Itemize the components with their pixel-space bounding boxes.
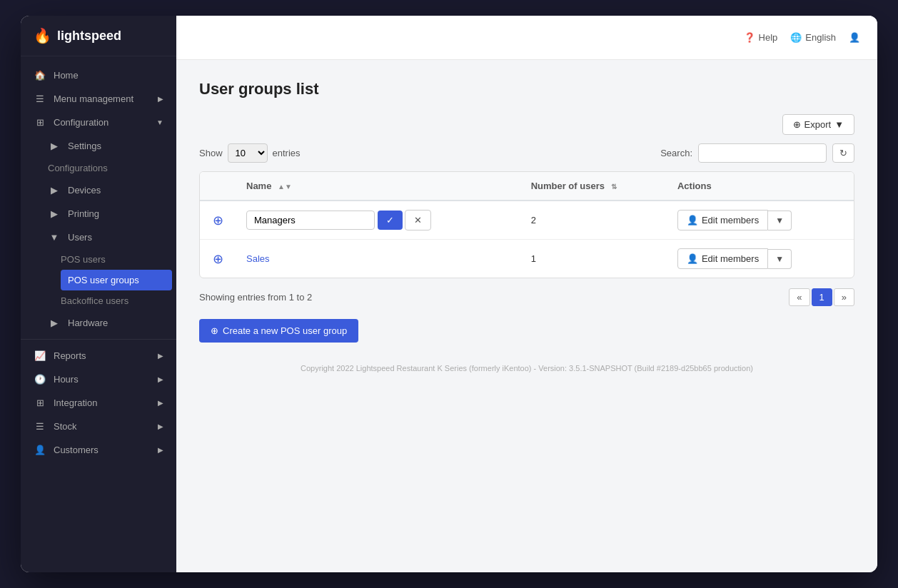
row2-edit-members-group: 👤 Edit members ▼ bbox=[677, 248, 844, 269]
next-page-button[interactable]: » bbox=[834, 288, 854, 306]
row1-confirm-button[interactable]: ✓ bbox=[378, 211, 403, 230]
search-input[interactable] bbox=[698, 143, 827, 163]
th-name[interactable]: Name ▲▼ bbox=[236, 172, 521, 201]
sidebar-hours-label: Hours bbox=[54, 374, 79, 385]
sidebar-integration-label: Integration bbox=[54, 397, 97, 408]
row1-num-users: 2 bbox=[531, 215, 536, 225]
sidebar-item-printing[interactable]: ▶ Printing bbox=[48, 202, 176, 225]
footer: Copyright 2022 Lightspeed Restaurant K S… bbox=[199, 364, 854, 372]
row2-edit-members-label: Edit members bbox=[702, 253, 759, 264]
sidebar-printing-label: Printing bbox=[68, 208, 99, 219]
sidebar-item-users[interactable]: ▼ Users bbox=[48, 225, 176, 249]
sidebar-item-devices[interactable]: ▶ Devices bbox=[48, 178, 176, 202]
page-title: User groups list bbox=[199, 80, 854, 98]
devices-expand-icon: ▶ bbox=[48, 185, 61, 196]
create-label: Create a new POS user group bbox=[223, 325, 347, 336]
row1-dropdown-button[interactable]: ▼ bbox=[768, 211, 792, 230]
row2-add-cell: ⊕ bbox=[200, 240, 236, 278]
sidebar-nav: 🏠 Home ☰ Menu management ▶ ⊞ Configurati… bbox=[21, 56, 176, 572]
main-content: ❓ Help 🌐 English 👤 User groups list ⊕ Ex… bbox=[176, 16, 877, 572]
sidebar-item-settings[interactable]: ▶ Settings bbox=[48, 134, 176, 158]
hours-arrow-icon: ▶ bbox=[158, 375, 163, 383]
refresh-button[interactable]: ↻ bbox=[832, 143, 854, 163]
search-label: Search: bbox=[660, 148, 692, 158]
table-row: ⊕ ✓ ✕ 2 bbox=[200, 201, 854, 240]
prev-page-button[interactable]: « bbox=[789, 288, 809, 306]
hours-icon: 🕐 bbox=[34, 374, 46, 385]
row2-num-users: 1 bbox=[531, 253, 536, 264]
language-icon: 🌐 bbox=[790, 32, 802, 43]
row1-add-button[interactable]: ⊕ bbox=[210, 213, 226, 228]
sidebar-item-hours[interactable]: 🕐 Hours ▶ bbox=[21, 368, 176, 391]
sidebar-reports-label: Reports bbox=[54, 350, 86, 361]
sidebar-stock-label: Stock bbox=[54, 421, 77, 432]
language-selector[interactable]: 🌐 English bbox=[790, 32, 836, 43]
row1-name-input[interactable] bbox=[246, 211, 375, 230]
sidebar-item-home-label: Home bbox=[54, 70, 79, 81]
user-profile-button[interactable]: 👤 bbox=[849, 32, 860, 43]
row2-edit-members-button[interactable]: 👤 Edit members bbox=[677, 248, 768, 269]
logo-icon: 🔥 bbox=[34, 27, 51, 44]
logo[interactable]: 🔥 lightspeed bbox=[21, 16, 176, 56]
sidebar-settings-label: Settings bbox=[68, 141, 101, 151]
row2-actions-cell: 👤 Edit members ▼ bbox=[667, 240, 854, 278]
sidebar-item-pos-user-groups[interactable]: POS user groups bbox=[61, 270, 172, 290]
th-actions: Actions bbox=[667, 172, 854, 201]
page-1-button[interactable]: 1 bbox=[812, 288, 832, 306]
sidebar-customers-label: Customers bbox=[54, 445, 99, 455]
row1-name-cell: ✓ ✕ bbox=[236, 201, 521, 240]
copyright-text: Copyright 2022 Lightspeed Restaurant K S… bbox=[301, 364, 753, 372]
sidebar-item-integration[interactable]: ⊞ Integration ▶ bbox=[21, 391, 176, 415]
home-icon: 🏠 bbox=[34, 70, 46, 81]
row1-edit-members-label: Edit members bbox=[702, 215, 759, 225]
sidebar-users-label: Users bbox=[68, 232, 92, 243]
sidebar-item-customers[interactable]: 👤 Customers ▶ bbox=[21, 438, 176, 462]
sidebar-item-configurations[interactable]: Configurations bbox=[48, 158, 176, 178]
toolbar: ⊕ Export ▼ bbox=[199, 114, 854, 135]
stock-arrow-icon: ▶ bbox=[158, 422, 163, 430]
sort-icon: ▲▼ bbox=[278, 183, 292, 191]
page-content: User groups list ⊕ Export ▼ Show 10 25 5… bbox=[176, 60, 877, 572]
sidebar-item-reports[interactable]: 📈 Reports ▶ bbox=[21, 344, 176, 368]
help-icon: ❓ bbox=[744, 32, 755, 43]
entries-label: entries bbox=[273, 148, 301, 158]
sidebar-item-backoffice-users[interactable]: Backoffice users bbox=[61, 290, 176, 311]
sidebar-item-home[interactable]: 🏠 Home bbox=[21, 64, 176, 87]
row2-num-users-cell: 1 bbox=[521, 240, 667, 278]
row1-actions-cell: 👤 Edit members ▼ bbox=[667, 201, 854, 240]
th-name-label: Name bbox=[246, 181, 271, 191]
sidebar: 🔥 lightspeed 🏠 Home ☰ Menu management ▶ … bbox=[21, 16, 176, 572]
row1-edit-members-group: 👤 Edit members ▼ bbox=[677, 210, 844, 230]
row1-add-cell: ⊕ bbox=[200, 201, 236, 240]
show-entries: Show 10 25 50 100 entries bbox=[199, 143, 301, 163]
sidebar-item-hardware[interactable]: ▶ Hardware bbox=[48, 311, 176, 335]
user-groups-table: Name ▲▼ Number of users ⇅ Actions bbox=[200, 172, 854, 278]
config-icon: ⊞ bbox=[34, 117, 46, 128]
entries-select[interactable]: 10 25 50 100 bbox=[228, 143, 268, 163]
row2-dropdown-button[interactable]: ▼ bbox=[768, 249, 792, 269]
integration-arrow-icon: ▶ bbox=[158, 399, 163, 407]
topbar: ❓ Help 🌐 English 👤 bbox=[176, 16, 877, 60]
row1-edit-members-button[interactable]: 👤 Edit members bbox=[677, 210, 768, 230]
export-button[interactable]: ⊕ Export ▼ bbox=[782, 114, 854, 135]
sidebar-item-configuration[interactable]: ⊞ Configuration ▼ bbox=[21, 111, 176, 134]
create-icon: ⊕ bbox=[211, 325, 218, 336]
logo-text: lightspeed bbox=[57, 29, 121, 44]
row2-name-link[interactable]: Sales bbox=[246, 253, 270, 264]
th-num-users[interactable]: Number of users ⇅ bbox=[521, 172, 667, 201]
export-label: Export bbox=[804, 119, 832, 130]
users-expand-icon: ▼ bbox=[48, 232, 61, 243]
customers-arrow-icon: ▶ bbox=[158, 446, 163, 454]
table-row: ⊕ Sales 1 👤 bbox=[200, 240, 854, 278]
table-controls: Show 10 25 50 100 entries Search: ↻ bbox=[199, 143, 854, 163]
row1-cancel-button[interactable]: ✕ bbox=[405, 210, 431, 230]
create-pos-user-group-button[interactable]: ⊕ Create a new POS user group bbox=[199, 319, 358, 343]
sidebar-item-stock[interactable]: ☰ Stock ▶ bbox=[21, 415, 176, 438]
sidebar-item-pos-users[interactable]: POS users bbox=[61, 249, 176, 270]
help-button[interactable]: ❓ Help bbox=[744, 32, 778, 43]
row2-name-cell: Sales bbox=[236, 240, 521, 278]
row2-add-button[interactable]: ⊕ bbox=[210, 251, 226, 267]
sidebar-item-menu-management[interactable]: ☰ Menu management ▶ bbox=[21, 87, 176, 111]
customers-icon: 👤 bbox=[34, 445, 46, 455]
showing-text: Showing entries from 1 to 2 bbox=[199, 292, 312, 303]
